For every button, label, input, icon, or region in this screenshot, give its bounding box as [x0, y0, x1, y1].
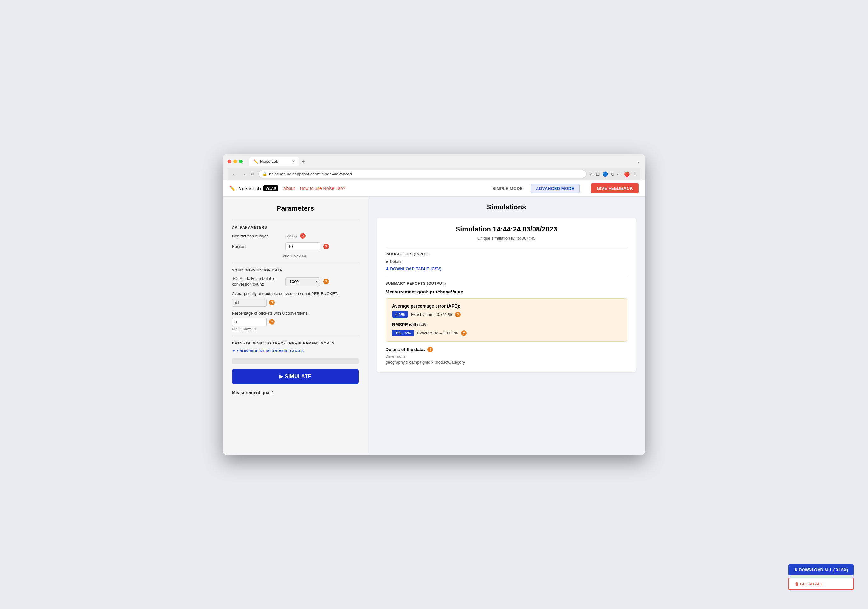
tab-close-icon[interactable]: ✕: [292, 159, 295, 163]
dimensions-label: Dimensions:: [386, 354, 627, 359]
goals-section-label: DATA YOU WANT TO TRACK: MEASUREMENT GOAL…: [232, 341, 359, 345]
measurement-goals-blurred: [232, 358, 359, 364]
contribution-budget-label: Contribution budget:: [232, 234, 282, 238]
right-panel: Simulations Simulation 14:44:24 03/08/20…: [368, 197, 645, 455]
profile-icon[interactable]: 🔵: [602, 171, 608, 177]
ape-help-icon[interactable]: ?: [455, 312, 461, 317]
divider-1: [232, 220, 359, 221]
ape-badge: < 1%: [392, 311, 408, 318]
details-of-data-label: Details of the data: ?: [386, 347, 627, 353]
epsilon-row: Epsilon: ?: [232, 242, 359, 250]
browser-window: ✏️ Noise Lab ✕ + ⌄ ← → ↻ 🔒 noise-lab.uc.…: [223, 154, 645, 455]
sidebar-icon[interactable]: ▭: [617, 171, 622, 177]
output-label: SUMMARY REPORTS (OUTPUT): [386, 281, 627, 285]
app-name: Noise Lab: [238, 186, 261, 191]
zero-bucket-label: Percentage of buckets with 0 conversions…: [232, 311, 359, 316]
right-actions-container: ⬇ DOWNLOAD ALL (.XLSX) 🗑 CLEAR ALL: [788, 564, 854, 590]
simulations-title: Simulations: [377, 203, 636, 211]
how-to-link[interactable]: How to use Noise Lab?: [300, 186, 346, 191]
api-section-label: API PARAMETERS: [232, 225, 359, 229]
user-avatar-icon[interactable]: G: [611, 171, 615, 177]
tab-favicon-icon: ✏️: [253, 159, 258, 164]
version-badge: v2.7.0: [264, 185, 278, 191]
unique-id-label: Unique simulation ID:: [477, 236, 516, 241]
browser-actions: ☆ ⊡ 🔵 G ▭ 🔴 ⋮: [589, 171, 637, 177]
left-panel: Parameters API PARAMETERS Contribution b…: [223, 197, 368, 455]
details-toggle[interactable]: ▶ Details: [386, 259, 627, 264]
app-body: Parameters API PARAMETERS Contribution b…: [223, 197, 645, 455]
parameters-input-label: PARAMETERS (INPUT): [386, 252, 627, 256]
epsilon-help-icon[interactable]: ?: [323, 244, 329, 249]
app-logo: ✏️ Noise Lab v2.7.0: [229, 185, 278, 191]
rmspe-help-icon[interactable]: ?: [461, 330, 467, 336]
total-conversion-row: TOTAL daily attributable conversion coun…: [232, 276, 359, 287]
maximize-button[interactable]: [239, 160, 243, 163]
address-bar[interactable]: 🔒 noise-lab.uc.r.appspot.com/?mode=advan…: [258, 170, 587, 178]
traffic-lights: [228, 160, 243, 163]
simulate-button[interactable]: ▶ SIMULATE: [232, 369, 359, 384]
mode-buttons: SIMPLE MODE ADVANCED MODE: [487, 184, 580, 193]
dimensions-value: geography x campaignId x productCategory: [386, 360, 627, 365]
output-section: Measurement goal: purchaseValue Average …: [386, 289, 627, 365]
sim-divider-2: [386, 276, 627, 277]
browser-expand-icon: ⌄: [637, 159, 640, 164]
close-button[interactable]: [228, 160, 231, 163]
rmspe-exact-value: Exact value = 1.111 %: [417, 331, 458, 336]
address-bar-row: ← → ↻ 🔒 noise-lab.uc.r.appspot.com/?mode…: [228, 168, 640, 180]
download-csv-link[interactable]: ⬇ DOWNLOAD TABLE (CSV): [386, 266, 627, 271]
advanced-mode-button[interactable]: ADVANCED MODE: [531, 184, 580, 193]
more-options-icon[interactable]: ⋮: [632, 171, 637, 177]
simulation-card-title: Simulation 14:44:24 03/08/2023: [386, 225, 627, 233]
simulation-unique-id: Unique simulation ID: bc067445: [386, 236, 627, 241]
avg-conversion-label: Average daily attributable conversion co…: [232, 291, 359, 297]
details-help-icon[interactable]: ?: [428, 347, 433, 353]
download-all-button[interactable]: ⬇ DOWNLOAD ALL (.XLSX): [788, 564, 854, 575]
zero-bucket-hint: Min: 0, Max: 10: [232, 327, 359, 331]
conversion-section-label: YOUR CONVERSION DATA: [232, 268, 359, 272]
back-button[interactable]: ←: [231, 171, 238, 177]
toggle-goals-link[interactable]: ▼ SHOW/HIDE MEASUREMENT GOALS: [232, 349, 359, 353]
lock-icon: 🔒: [262, 172, 267, 176]
minimize-button[interactable]: [233, 160, 237, 163]
contribution-budget-help-icon[interactable]: ?: [300, 233, 305, 239]
divider-3: [232, 336, 359, 336]
rmspe-label: RMSPE with t=5:: [392, 322, 621, 327]
browser-chrome: ✏️ Noise Lab ✕ + ⌄ ← → ↻ 🔒 noise-lab.uc.…: [223, 154, 645, 180]
unique-id-value: bc067445: [518, 236, 535, 241]
browser-titlebar: ✏️ Noise Lab ✕ + ⌄: [228, 157, 640, 166]
rmspe-value-row: 1% - 5% Exact value = 1.111 % ?: [392, 330, 621, 336]
epsilon-input[interactable]: [285, 242, 320, 250]
avg-conversion-input[interactable]: [232, 299, 267, 307]
tab-bar: ✏️ Noise Lab ✕ +: [249, 157, 307, 166]
avg-conversion-help-icon[interactable]: ?: [269, 300, 275, 305]
parameters-title: Parameters: [232, 204, 359, 213]
clear-all-button[interactable]: 🗑 CLEAR ALL: [788, 578, 854, 590]
extensions-icon[interactable]: ⊡: [596, 171, 600, 177]
ape-row: Average percentage error (APE): < 1% Exa…: [392, 304, 621, 318]
ape-label: Average percentage error (APE):: [392, 304, 621, 309]
zero-bucket-row: Percentage of buckets with 0 conversions…: [232, 311, 359, 331]
zero-bucket-help-icon[interactable]: ?: [269, 319, 275, 325]
zero-bucket-input[interactable]: [232, 318, 267, 326]
details-section: Details of the data: ? Dimensions: geogr…: [386, 347, 627, 365]
about-link[interactable]: About: [283, 186, 295, 191]
rmspe-row: RMSPE with t=5: 1% - 5% Exact value = 1.…: [392, 322, 621, 336]
contribution-budget-row: Contribution budget: 65536 ?: [232, 233, 359, 239]
bookmark-icon[interactable]: ☆: [589, 171, 593, 177]
contribution-budget-value: 65536: [285, 234, 297, 238]
simple-mode-button[interactable]: SIMPLE MODE: [487, 184, 529, 193]
result-box: Average percentage error (APE): < 1% Exa…: [386, 298, 627, 342]
total-conversion-help-icon[interactable]: ?: [323, 279, 329, 284]
give-feedback-button[interactable]: GIVE FEEDBACK: [591, 183, 639, 193]
reload-button[interactable]: ↻: [250, 171, 256, 177]
measurement-goal-1-label: Measurement goal 1: [232, 390, 359, 395]
record-icon[interactable]: 🔴: [624, 171, 630, 177]
measurement-goal-label: Measurement goal: purchaseValue: [386, 289, 627, 294]
url-text: noise-lab.uc.r.appspot.com/?mode=advance…: [269, 172, 583, 176]
tab-title: Noise Lab: [260, 159, 290, 164]
logo-icon: ✏️: [229, 185, 236, 191]
total-conversion-select[interactable]: 1000: [285, 277, 320, 286]
forward-button[interactable]: →: [240, 171, 247, 177]
new-tab-button[interactable]: +: [299, 157, 307, 166]
active-tab[interactable]: ✏️ Noise Lab ✕: [249, 157, 299, 166]
